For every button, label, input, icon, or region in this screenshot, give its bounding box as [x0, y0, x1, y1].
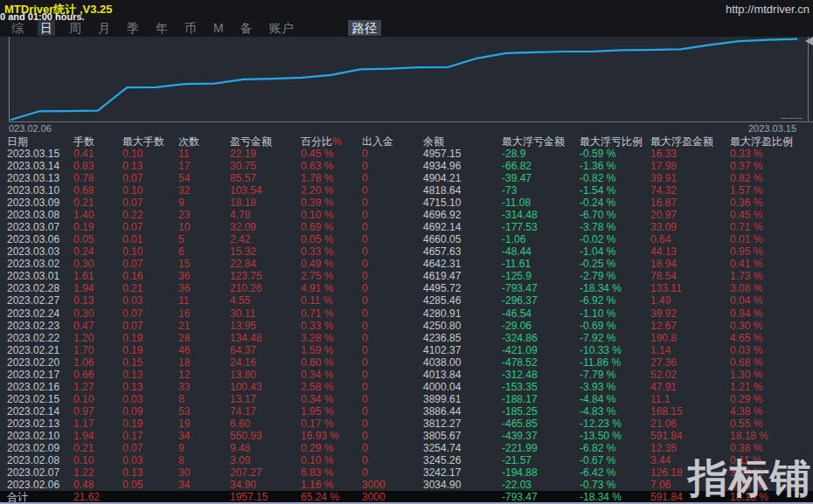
cell-max_float_profit: 11.1	[650, 393, 670, 405]
cell-lots: 0.21	[73, 442, 94, 454]
menu-tab-M[interactable]: M	[211, 20, 226, 36]
menu-tab-账户[interactable]: 账户	[267, 20, 296, 36]
cell-max_float_loss: -153.35	[502, 381, 538, 393]
menu-tab-月[interactable]: 月	[95, 20, 113, 36]
menu-tab-备[interactable]: 备	[238, 20, 255, 36]
cell-max_lots: 0.03	[122, 454, 142, 466]
cell-lots: 0.10	[73, 393, 94, 405]
cell-max_float_profit: 7.06	[650, 479, 671, 491]
cell-profit_pct: 0.33 %	[301, 320, 333, 332]
cell-date: 2023.03.03	[7, 245, 59, 258]
menu-tab-币[interactable]: 币	[182, 20, 199, 36]
cell-max_lots: 0.07	[122, 320, 142, 332]
cell-date: 2023.02.06	[7, 479, 59, 491]
total-cell-max_float_loss_pct: -18.34 %	[580, 491, 622, 503]
cell-deposit: 3000	[362, 479, 386, 491]
top-header-bar: MTDriver统计 ,V3.25 http://mtdriver.cn 0 a…	[0, 0, 813, 37]
cell-trades: 6	[178, 245, 184, 258]
cell-max_float_profit: 591.84	[650, 430, 683, 442]
cell-balance: 4102.37	[423, 344, 461, 356]
cell-trades: 19	[178, 418, 190, 430]
cell-max_float_loss: -296.37	[502, 294, 538, 307]
cell-lots: 1.22	[73, 466, 94, 479]
menu-tab-日[interactable]: 日	[38, 20, 55, 36]
cell-profit: 4.55	[230, 294, 250, 307]
cell-profit_pct: 0.39 %	[301, 197, 333, 209]
cell-lots: 0.21	[73, 197, 94, 209]
cell-max_float_profit: 17.98	[650, 160, 677, 172]
cell-lots: 1.94	[73, 282, 94, 294]
cell-balance: 4619.47	[423, 270, 461, 282]
cell-max_float_profit: 78.54	[650, 270, 677, 282]
cell-date: 2023.02.17	[7, 369, 59, 381]
cell-max_float_profit: 16.87	[650, 197, 677, 209]
cell-max_float_loss: -421.09	[502, 344, 538, 356]
cell-trades: 15	[178, 258, 190, 270]
cell-date: 2023.02.08	[7, 454, 59, 466]
cell-date: 2023.02.23	[7, 320, 59, 332]
cell-max_float_loss_pct: -0.67 %	[580, 454, 615, 466]
cell-max_float_profit_pct: 0.41 %	[730, 258, 762, 270]
cell-balance: 4250.80	[423, 320, 461, 332]
cell-max_float_loss_pct: -11.86 %	[580, 356, 621, 369]
cell-max_float_loss: -465.85	[502, 418, 538, 430]
cell-deposit: 0	[362, 405, 368, 418]
menu-tab-周[interactable]: 周	[66, 20, 84, 36]
menu-tab-综[interactable]: 综	[9, 20, 26, 36]
cell-profit: 30.75	[230, 160, 256, 172]
path-button[interactable]: 路径	[348, 20, 381, 36]
header-cell-profit_pct: 百分比%	[301, 135, 342, 148]
cell-max_float_loss: -73	[502, 184, 517, 197]
cell-lots: 0.48	[73, 479, 94, 491]
cell-max_float_loss: -29.06	[502, 320, 532, 332]
cell-profit_pct: 6.83 %	[301, 466, 333, 479]
cell-deposit: 0	[362, 270, 368, 282]
cell-profit: 34.90	[230, 479, 256, 491]
menu-tab-年[interactable]: 年	[153, 20, 170, 36]
cell-profit_pct: 1.59 %	[301, 344, 333, 356]
cell-max_float_loss: -439.37	[502, 430, 538, 442]
cell-profit_pct: 0.34 %	[301, 369, 333, 381]
cell-max_float_loss: -46.54	[502, 307, 532, 320]
cell-profit: 207.27	[230, 466, 262, 479]
cell-trades: 9	[178, 197, 184, 209]
cell-max_float_profit: 126.18	[650, 466, 683, 479]
cell-max_lots: 0.21	[122, 282, 142, 294]
cell-max_lots: 0.03	[122, 393, 142, 405]
total-cell-max_float_loss: -793.47	[502, 491, 538, 503]
cell-date: 2023.03.15	[7, 148, 59, 160]
cell-max_float_profit: 39.91	[650, 172, 677, 184]
cell-lots: 1.70	[73, 344, 94, 356]
cell-profit_pct: 0.60 %	[301, 356, 333, 369]
total-cell-date: 合计	[7, 491, 28, 503]
cell-lots: 0.30	[73, 307, 94, 320]
cell-profit_pct: 0.49 %	[301, 258, 333, 270]
cell-max_float_profit: 12.67	[650, 320, 677, 332]
menu-tab-季[interactable]: 季	[124, 20, 142, 36]
header-cell-balance: 余额	[423, 135, 444, 148]
cell-max_lots: 0.10	[122, 184, 142, 197]
header-cell-lots: 手数	[73, 135, 94, 148]
cell-max_float_loss: -324.86	[502, 332, 538, 344]
cell-max_float_loss: -22.03	[502, 479, 532, 491]
cell-max_lots: 0.13	[122, 160, 142, 172]
cell-deposit: 0	[362, 454, 368, 466]
cell-date: 2023.02.22	[7, 332, 59, 344]
cell-profit_pct: 4.91 %	[301, 282, 333, 294]
cell-max_float_loss_pct: -0.82 %	[580, 172, 615, 184]
cell-trades: 30	[178, 466, 190, 479]
header-cell-date: 日期	[7, 135, 28, 148]
cell-max_lots: 0.10	[122, 245, 142, 258]
cell-max_float_loss: -793.47	[502, 282, 538, 294]
cell-max_lots: 0.15	[122, 356, 142, 369]
cell-max_float_loss_pct: -1.10 %	[580, 307, 615, 320]
cell-lots: 0.83	[73, 160, 94, 172]
cell-lots: 0.78	[73, 172, 94, 184]
cell-lots: 0.97	[73, 405, 94, 418]
website-link[interactable]: http://mtdriver.cn	[726, 3, 810, 16]
cell-date: 2023.02.15	[7, 393, 59, 405]
cell-max_float_loss_pct: -3.93 %	[580, 381, 615, 393]
cell-trades: 36	[178, 282, 190, 294]
cell-max_float_profit: 33.09	[650, 221, 677, 233]
cell-trades: 11	[178, 148, 189, 160]
